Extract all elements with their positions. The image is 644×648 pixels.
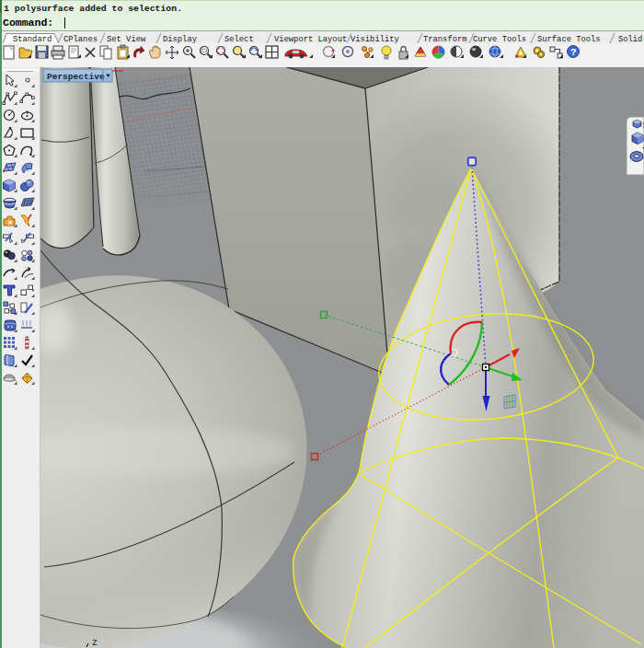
svg-text:Display: Display xyxy=(163,35,197,44)
svg-text:Solid To: Solid To xyxy=(618,35,644,44)
svg-text:Curve Tools: Curve Tools xyxy=(473,35,526,44)
svg-text:Perspective: Perspective xyxy=(47,72,105,82)
svg-text:Standard: Standard xyxy=(13,35,52,44)
svg-text:Set View: Set View xyxy=(107,35,146,44)
svg-text:CPlanes: CPlanes xyxy=(63,35,98,44)
svg-text:z: z xyxy=(92,638,98,648)
svg-text:Viewport Layout: Viewport Layout xyxy=(274,35,347,44)
svg-text:?: ? xyxy=(570,47,577,58)
svg-text:Visibility: Visibility xyxy=(351,35,399,44)
svg-text:Surface Tools: Surface Tools xyxy=(537,35,601,44)
svg-text:Transform: Transform xyxy=(423,35,467,44)
svg-text:Select: Select xyxy=(224,35,254,44)
